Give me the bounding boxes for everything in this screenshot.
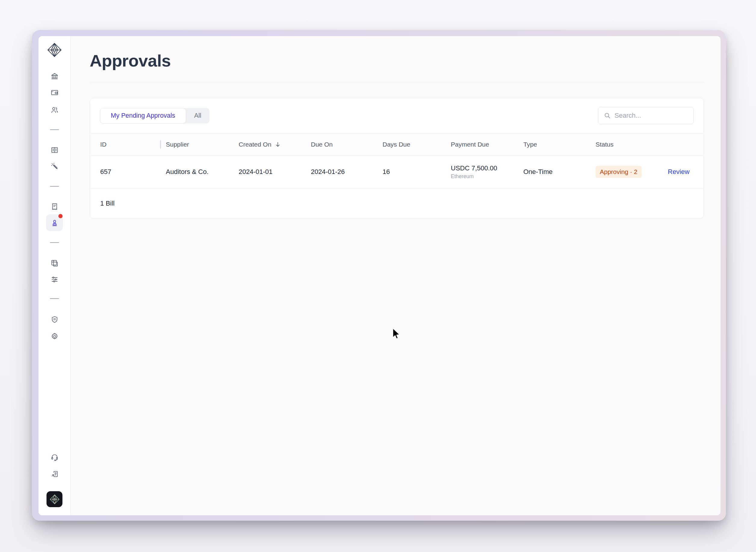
cell-due-on: 2024-01-26	[311, 156, 383, 188]
open-book-icon	[50, 146, 59, 154]
header-actions	[668, 133, 704, 156]
header-due-on[interactable]: Due On	[311, 133, 383, 156]
magic-wand-icon	[50, 162, 59, 170]
approvals-table: ID Supplier Created On	[90, 133, 704, 188]
app-surface: Approvals My Pending Approvals All	[38, 36, 721, 515]
sidebar-item-support[interactable]	[48, 451, 60, 463]
sidebar-item-settings[interactable]	[48, 330, 60, 342]
cell-action: Review	[668, 156, 704, 188]
sliders-icon	[50, 275, 59, 284]
header-supplier[interactable]: Supplier	[166, 133, 239, 156]
title-divider	[90, 82, 704, 82]
column-resize-handle[interactable]	[160, 140, 161, 149]
arrow-down-icon	[275, 141, 281, 148]
tab-my-pending-approvals[interactable]: My Pending Approvals	[100, 108, 186, 123]
sidebar-divider	[50, 298, 59, 299]
header-type[interactable]: Type	[523, 133, 596, 156]
cell-status: Approving · 2	[596, 156, 668, 188]
notification-dot	[58, 214, 62, 218]
card-toolbar: My Pending Approvals All	[90, 98, 704, 133]
bank-icon	[50, 72, 59, 81]
payment-amount: USDC 7,500.00	[451, 164, 523, 172]
gear-icon	[50, 332, 59, 340]
header-status[interactable]: Status	[596, 133, 668, 156]
search-icon	[604, 112, 611, 119]
sidebar-divider	[50, 186, 59, 186]
search-input[interactable]	[615, 112, 688, 120]
avatar-logo-icon	[49, 494, 60, 505]
sidebar-item-approvals[interactable]	[46, 214, 63, 231]
sidebar-item-spreadsheets[interactable]	[48, 257, 60, 269]
table-row[interactable]: 657 Auditors & Co. 2024-01-01 2024-01-26…	[90, 156, 704, 188]
receipt-icon	[50, 202, 59, 211]
desktop-background: Approvals My Pending Approvals All	[0, 0, 756, 552]
headset-icon	[50, 453, 59, 461]
sidebar-divider	[50, 242, 59, 243]
sidebar-item-filters[interactable]	[48, 273, 60, 285]
sidebar	[38, 36, 71, 515]
sidebar-item-wallet[interactable]	[48, 87, 60, 99]
sidebar-item-ledger[interactable]	[48, 144, 60, 156]
users-icon	[50, 106, 59, 114]
header-id[interactable]: ID	[90, 133, 166, 156]
sidebar-item-members[interactable]	[48, 104, 60, 116]
sidebar-item-compliance[interactable]	[48, 313, 60, 325]
company-logo-icon	[46, 41, 63, 58]
mouse-cursor	[390, 327, 403, 341]
app-window: Approvals My Pending Approvals All	[32, 30, 726, 521]
sidebar-item-bank[interactable]	[48, 70, 60, 82]
approval-stamp-icon	[50, 219, 59, 227]
cell-payment-due: USDC 7,500.00 Ethereum	[451, 156, 523, 188]
approvals-card: My Pending Approvals All	[90, 98, 704, 219]
wallet-icon	[50, 89, 59, 97]
tables-icon	[50, 259, 59, 267]
main-content: Approvals My Pending Approvals All	[71, 36, 721, 515]
cell-created-on: 2024-01-01	[239, 156, 311, 188]
header-created-on[interactable]: Created On	[239, 133, 311, 156]
external-doc-icon	[50, 470, 59, 478]
sidebar-item-docs[interactable]	[48, 468, 60, 480]
account-avatar[interactable]	[47, 491, 62, 507]
cell-supplier: Auditors & Co.	[166, 156, 239, 188]
cell-days-due: 16	[383, 156, 451, 188]
table-header-row: ID Supplier Created On	[90, 133, 704, 156]
page-title: Approvals	[90, 36, 704, 71]
sidebar-item-automation[interactable]	[48, 160, 60, 172]
table-footer-count: 1 Bill	[90, 188, 704, 219]
header-payment-due[interactable]: Payment Due	[451, 133, 523, 156]
search-box[interactable]	[598, 107, 694, 124]
status-badge: Approving · 2	[596, 166, 642, 178]
shield-icon	[50, 315, 59, 323]
sidebar-divider	[50, 129, 59, 130]
payment-network: Ethereum	[451, 173, 523, 180]
cell-id: 657	[90, 156, 166, 188]
tab-group: My Pending Approvals All	[100, 108, 209, 123]
sidebar-item-bills[interactable]	[48, 200, 60, 213]
cell-type: One-Time	[523, 156, 596, 188]
header-days-due[interactable]: Days Due	[383, 133, 451, 156]
tab-all[interactable]: All	[186, 108, 209, 123]
review-link[interactable]: Review	[668, 168, 690, 175]
